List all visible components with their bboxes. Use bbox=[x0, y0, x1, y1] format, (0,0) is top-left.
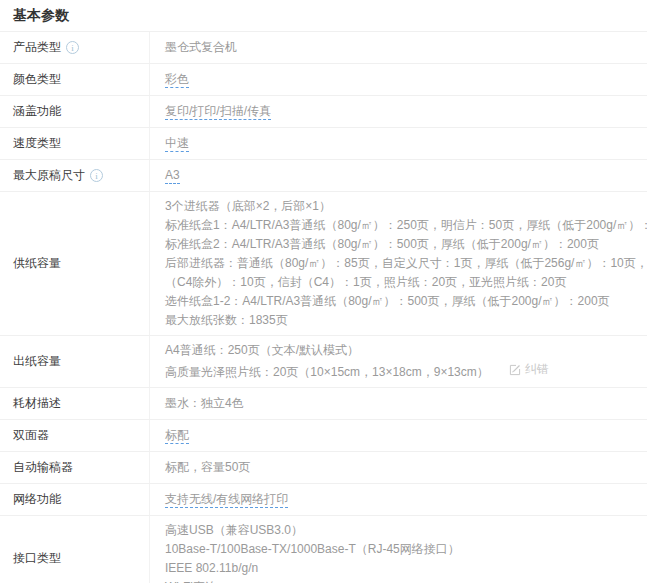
value-text: IEEE 802.11b/g/n bbox=[165, 561, 258, 575]
row-label-text: 涵盖功能 bbox=[13, 103, 61, 120]
row-value: A3 bbox=[150, 160, 647, 191]
table-row: 耗材描述墨水：独立4色 bbox=[0, 387, 647, 419]
row-label-text: 最大原稿尺寸 bbox=[13, 167, 85, 184]
row-label: 产品类型i bbox=[0, 32, 150, 63]
value-line: 墨水：独立4色 bbox=[165, 394, 635, 413]
row-label: 颜色类型 bbox=[0, 64, 150, 95]
row-label-text: 自动输稿器 bbox=[13, 459, 73, 476]
value-line: 标准纸盒2：A4/LTR/A3普通纸（80g/㎡）：500页，厚纸（低于200g… bbox=[165, 235, 647, 254]
row-value: 彩色 bbox=[150, 64, 647, 95]
row-label-text: 双面器 bbox=[13, 427, 49, 444]
row-label: 双面器 bbox=[0, 420, 150, 451]
value-text: 后部进纸器：普通纸（80g/㎡）：85页，自定义尺寸：1页，厚纸（低于256g/… bbox=[165, 256, 647, 270]
table-row: 自动输稿器标配，容量50页 bbox=[0, 451, 647, 483]
row-label-text: 产品类型 bbox=[13, 39, 61, 56]
tooltip-term[interactable]: A3 bbox=[165, 168, 180, 184]
value-line: A3 bbox=[165, 166, 635, 185]
value-text: Wi-Fi直连 bbox=[165, 580, 217, 583]
row-label: 速度类型 bbox=[0, 128, 150, 159]
row-label: 供纸容量 bbox=[0, 192, 150, 335]
row-label: 最大原稿尺寸i bbox=[0, 160, 150, 191]
value-text: 墨仓式复合机 bbox=[165, 40, 237, 54]
row-value: 支持无线/有线网络打印 bbox=[150, 484, 647, 515]
table-row: 最大原稿尺寸iA3 bbox=[0, 159, 647, 191]
value-line: 标准纸盒1：A4/LTR/A3普通纸（80g/㎡）：250页，明信片：50页，厚… bbox=[165, 216, 647, 235]
table-row: 速度类型中速 bbox=[0, 127, 647, 159]
correction-label: 纠错 bbox=[525, 360, 549, 379]
value-line: 3个进纸器（底部×2，后部×1） bbox=[165, 197, 647, 216]
value-text: 标准纸盒2：A4/LTR/A3普通纸（80g/㎡）：500页，厚纸（低于200g… bbox=[165, 237, 599, 251]
value-line: IEEE 802.11b/g/n bbox=[165, 559, 635, 578]
row-label: 出纸容量 bbox=[0, 336, 150, 387]
value-line: 高速USB（兼容USB3.0） bbox=[165, 521, 635, 540]
row-value: 高速USB（兼容USB3.0）10Base-T/100Base-TX/1000B… bbox=[150, 516, 647, 583]
table-row: 网络功能支持无线/有线网络打印 bbox=[0, 483, 647, 515]
row-value: 中速 bbox=[150, 128, 647, 159]
row-label: 涵盖功能 bbox=[0, 96, 150, 127]
value-line: 墨仓式复合机 bbox=[165, 38, 635, 57]
correction-link[interactable]: 纠错 bbox=[509, 360, 549, 379]
info-icon[interactable]: i bbox=[90, 169, 103, 182]
row-label: 耗材描述 bbox=[0, 388, 150, 419]
row-label-text: 颜色类型 bbox=[13, 71, 61, 88]
value-line: （C4除外）：10页，信封（C4）：1页，照片纸：20页，亚光照片纸：20页 bbox=[165, 273, 647, 292]
row-label-text: 供纸容量 bbox=[13, 255, 61, 272]
row-label-text: 出纸容量 bbox=[13, 353, 61, 370]
value-text: 10Base-T/100Base-TX/1000Base-T（RJ-45网络接口… bbox=[165, 542, 460, 556]
value-text: 标配，容量50页 bbox=[165, 460, 250, 474]
spec-panel: 基本参数 产品类型i墨仓式复合机颜色类型彩色涵盖功能复印/打印/扫描/传真速度类… bbox=[0, 0, 647, 583]
value-line: A4普通纸：250页（文本/默认模式） bbox=[165, 341, 635, 360]
value-text: （C4除外）：10页，信封（C4）：1页，照片纸：20页，亚光照片纸：20页 bbox=[165, 275, 566, 289]
row-value: 标配 bbox=[150, 420, 647, 451]
value-line: 中速 bbox=[165, 134, 635, 153]
value-line: 彩色 bbox=[165, 70, 635, 89]
row-value: A4普通纸：250页（文本/默认模式）高质量光泽照片纸：20页（10×15cm，… bbox=[150, 336, 647, 387]
row-value: 标配，容量50页 bbox=[150, 452, 647, 483]
tooltip-term[interactable]: 支持无线/有线网络打印 bbox=[165, 492, 288, 508]
value-text: 高速USB（兼容USB3.0） bbox=[165, 523, 303, 537]
row-value: 复印/打印/扫描/传真 bbox=[150, 96, 647, 127]
tooltip-term[interactable]: 彩色 bbox=[165, 72, 189, 88]
value-text: A4普通纸：250页（文本/默认模式） bbox=[165, 343, 359, 357]
tooltip-term[interactable]: 标配 bbox=[165, 428, 189, 444]
value-line: 后部进纸器：普通纸（80g/㎡）：85页，自定义尺寸：1页，厚纸（低于256g/… bbox=[165, 254, 647, 273]
row-value: 墨仓式复合机 bbox=[150, 32, 647, 63]
value-line: 复印/打印/扫描/传真 bbox=[165, 102, 635, 121]
value-line: 选件纸盒1-2：A4/LTR/A3普通纸（80g/㎡）：500页，厚纸（低于20… bbox=[165, 292, 647, 311]
row-label-text: 耗材描述 bbox=[13, 395, 61, 412]
table-row: 产品类型i墨仓式复合机 bbox=[0, 31, 647, 63]
value-text: 3个进纸器（底部×2，后部×1） bbox=[165, 199, 331, 213]
table-row: 出纸容量A4普通纸：250页（文本/默认模式）高质量光泽照片纸：20页（10×1… bbox=[0, 335, 647, 387]
table-row: 双面器标配 bbox=[0, 419, 647, 451]
row-label: 网络功能 bbox=[0, 484, 150, 515]
row-label: 自动输稿器 bbox=[0, 452, 150, 483]
table-row: 涵盖功能复印/打印/扫描/传真 bbox=[0, 95, 647, 127]
value-text: 标准纸盒1：A4/LTR/A3普通纸（80g/㎡）：250页，明信片：50页，厚… bbox=[165, 218, 647, 232]
tooltip-term[interactable]: 复印/打印/扫描/传真 bbox=[165, 104, 271, 120]
value-text: 高质量光泽照片纸：20页（10×15cm，13×18cm，9×13cm） bbox=[165, 365, 489, 379]
row-label-text: 速度类型 bbox=[13, 135, 61, 152]
spec-table: 产品类型i墨仓式复合机颜色类型彩色涵盖功能复印/打印/扫描/传真速度类型中速最大… bbox=[0, 31, 647, 583]
tooltip-term[interactable]: 中速 bbox=[165, 136, 189, 152]
value-line: 标配，容量50页 bbox=[165, 458, 635, 477]
value-text: 选件纸盒1-2：A4/LTR/A3普通纸（80g/㎡）：500页，厚纸（低于20… bbox=[165, 294, 610, 308]
section-title: 基本参数 bbox=[0, 0, 647, 31]
value-line: 支持无线/有线网络打印 bbox=[165, 490, 635, 509]
row-label-text: 接口类型 bbox=[13, 550, 61, 567]
edit-icon bbox=[509, 364, 521, 376]
value-line: 最大放纸张数：1835页 bbox=[165, 311, 647, 330]
info-icon[interactable]: i bbox=[66, 41, 79, 54]
table-row: 供纸容量3个进纸器（底部×2，后部×1）标准纸盒1：A4/LTR/A3普通纸（8… bbox=[0, 191, 647, 335]
row-value: 墨水：独立4色 bbox=[150, 388, 647, 419]
row-label: 接口类型 bbox=[0, 516, 150, 583]
table-row: 颜色类型彩色 bbox=[0, 63, 647, 95]
value-text: 最大放纸张数：1835页 bbox=[165, 313, 288, 327]
value-line: 10Base-T/100Base-TX/1000Base-T（RJ-45网络接口… bbox=[165, 540, 635, 559]
row-value: 3个进纸器（底部×2，后部×1）标准纸盒1：A4/LTR/A3普通纸（80g/㎡… bbox=[150, 192, 647, 335]
value-text: 墨水：独立4色 bbox=[165, 396, 244, 410]
row-label-text: 网络功能 bbox=[13, 491, 61, 508]
table-row: 接口类型高速USB（兼容USB3.0）10Base-T/100Base-TX/1… bbox=[0, 515, 647, 583]
value-line: Wi-Fi直连 bbox=[165, 578, 635, 583]
value-line: 高质量光泽照片纸：20页（10×15cm，13×18cm，9×13cm）纠错 bbox=[165, 360, 635, 382]
value-line: 标配 bbox=[165, 426, 635, 445]
